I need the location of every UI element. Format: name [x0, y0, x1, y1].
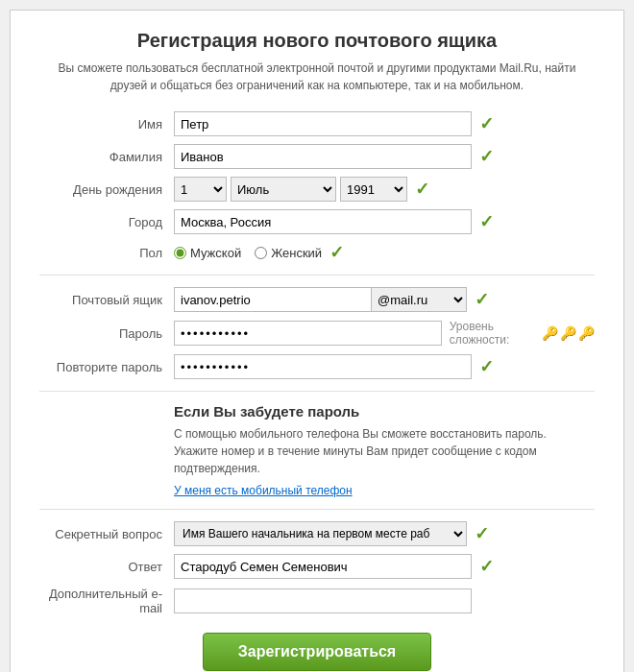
forgot-password-desc1: С помощью мобильного телефона Вы сможете…: [174, 425, 595, 477]
extra-email-control: [174, 588, 595, 613]
divider-2: [39, 391, 595, 392]
password-repeat-row: Повторите пароль ✓: [39, 354, 595, 379]
mailbox-row: Почтовый ящик @mail.ru @inbox.ru @list.r…: [39, 287, 595, 312]
gender-female-radio[interactable]: [255, 247, 267, 259]
email-user-input[interactable]: [174, 287, 371, 312]
city-check: ✓: [479, 211, 494, 232]
key-icon-3: 🔑: [578, 325, 595, 341]
password-repeat-control: ✓: [174, 354, 595, 379]
extra-email-input[interactable]: [174, 588, 472, 613]
city-input[interactable]: [174, 209, 472, 234]
answer-control: ✓: [174, 554, 595, 579]
first-name-control: ✓: [174, 111, 595, 136]
last-name-input[interactable]: [174, 144, 472, 169]
page-subtitle: Вы сможете пользоваться бесплатной элект…: [39, 60, 595, 94]
birthday-label: День рождения: [39, 182, 174, 197]
key-icon-1: 🔑: [542, 325, 558, 341]
gender-radio-group: Мужской Женский: [174, 246, 322, 260]
gender-male-label[interactable]: Мужской: [174, 246, 241, 260]
gender-label: Пол: [39, 246, 174, 260]
extra-email-label: Дополнительный e-mail: [39, 587, 174, 615]
last-name-label: Фамилия: [39, 150, 174, 164]
forgot-password-title: Если Вы забудете пароль: [174, 403, 595, 420]
password-repeat-label: Повторите пароль: [39, 360, 174, 374]
gender-female-text: Женский: [271, 246, 322, 260]
secret-question-label: Секретный вопрос: [39, 527, 174, 541]
first-name-input[interactable]: [174, 111, 472, 136]
secret-question-select[interactable]: Имя Вашего начальника на первом месте ра…: [174, 521, 467, 546]
key-icon-2: 🔑: [560, 325, 576, 341]
last-name-control: ✓: [174, 144, 595, 169]
birthday-month-select[interactable]: ЯнварьФевральМартАпрель МайИюньИюльАвгус…: [231, 177, 336, 202]
birthday-control: 12345 678910 1112131415 1617181920 21222…: [174, 177, 595, 202]
answer-check: ✓: [479, 556, 494, 577]
gender-check: ✓: [329, 242, 344, 263]
gender-female-label[interactable]: Женский: [255, 246, 322, 260]
extra-email-row: Дополнительный e-mail: [39, 587, 595, 615]
email-domain-select[interactable]: @mail.ru @inbox.ru @list.ru @bk.ru: [371, 287, 467, 312]
register-button[interactable]: Зарегистрироваться: [203, 633, 431, 671]
first-name-label: Имя: [39, 117, 174, 132]
password-label: Пароль: [39, 326, 174, 341]
city-control: ✓: [174, 209, 595, 234]
password-repeat-input[interactable]: [174, 354, 472, 379]
password-input[interactable]: [174, 321, 442, 346]
birthday-selects: 12345 678910 1112131415 1617181920 21222…: [174, 177, 407, 202]
birthday-day-select[interactable]: 12345 678910 1112131415 1617181920 21222…: [174, 177, 227, 202]
divider-1: [39, 275, 595, 276]
gender-male-radio[interactable]: [174, 247, 186, 259]
answer-row: Ответ ✓: [39, 554, 595, 579]
secret-question-row: Секретный вопрос Имя Вашего начальника н…: [39, 521, 595, 546]
forgot-password-section: Если Вы забудете пароль С помощью мобиль…: [39, 403, 595, 497]
last-name-row: Фамилия ✓: [39, 144, 595, 169]
mailbox-check: ✓: [475, 289, 489, 310]
mobile-phone-link[interactable]: У меня есть мобильный телефон: [174, 484, 353, 497]
email-row: @mail.ru @inbox.ru @list.ru @bk.ru: [174, 287, 467, 312]
city-row: Город ✓: [39, 209, 595, 234]
last-name-check: ✓: [479, 146, 494, 167]
secret-question-control: Имя Вашего начальника на первом месте ра…: [174, 521, 595, 546]
gender-male-text: Мужской: [190, 246, 241, 260]
page-title: Регистрация нового почтового ящика: [39, 30, 595, 52]
birthday-check: ✓: [415, 179, 429, 200]
gender-control: Мужской Женский ✓: [174, 242, 595, 263]
secret-question-check: ✓: [475, 523, 489, 544]
password-strength: Уровень сложности: 🔑 🔑 🔑: [450, 320, 595, 347]
password-row: Пароль Уровень сложности: 🔑 🔑 🔑: [39, 320, 595, 347]
divider-3: [39, 509, 595, 510]
mailbox-label: Почтовый ящик: [39, 293, 174, 307]
answer-label: Ответ: [39, 560, 174, 574]
mailbox-control: @mail.ru @inbox.ru @list.ru @bk.ru ✓: [174, 287, 595, 312]
password-repeat-check: ✓: [479, 356, 494, 377]
first-name-row: Имя ✓: [39, 111, 595, 136]
gender-row: Пол Мужской Женский ✓: [39, 242, 595, 263]
password-control: Уровень сложности: 🔑 🔑 🔑: [174, 320, 595, 347]
birthday-year-select[interactable]: 1991: [340, 177, 407, 202]
password-strength-label: Уровень сложности:: [450, 320, 540, 347]
city-label: Город: [39, 215, 174, 229]
answer-input[interactable]: [174, 554, 472, 579]
registration-form: Регистрация нового почтового ящика Вы см…: [10, 10, 624, 672]
birthday-row: День рождения 12345 678910 1112131415 16…: [39, 177, 595, 202]
first-name-check: ✓: [479, 113, 494, 134]
